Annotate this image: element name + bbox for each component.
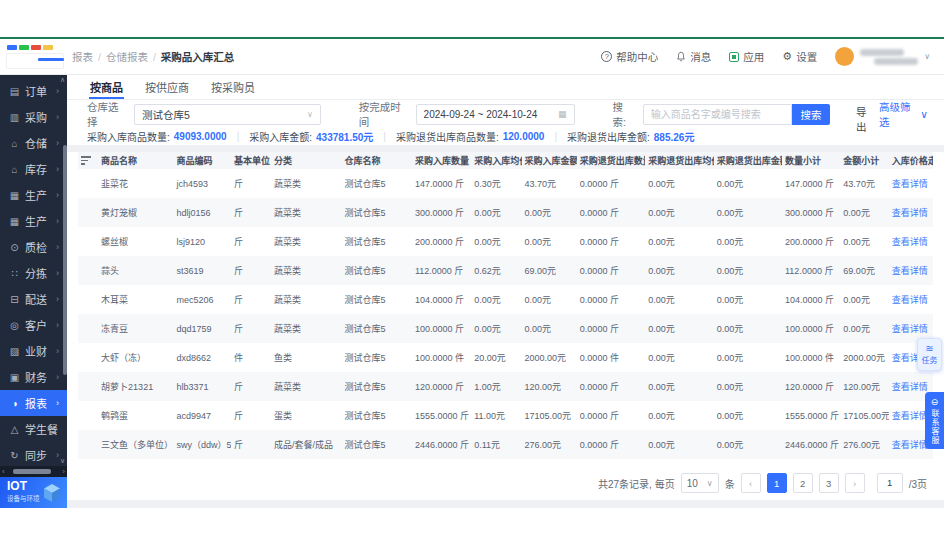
sidebar-item-label: 生产 — [25, 187, 47, 203]
chevron-right-icon: › — [56, 164, 59, 174]
table-cell: 0.00元 — [645, 198, 713, 227]
breadcrumb-item[interactable]: 仓储报表 — [106, 49, 148, 64]
sidebar-item-delivery[interactable]: ⊟配送› — [0, 286, 67, 312]
user-menu[interactable]: ∨ — [835, 47, 930, 66]
table-cell: 100.0000 斤 — [412, 314, 471, 343]
view-details-link[interactable]: 查看详情 — [892, 237, 928, 247]
table-cell: 17105.00元 — [522, 401, 577, 430]
logo-bar — [7, 45, 17, 50]
iot-banner[interactable]: IOT 设备与环境 — [0, 477, 67, 508]
breadcrumb-item[interactable]: 报表 — [72, 49, 93, 64]
table-cell: 147.0000 斤 — [412, 169, 471, 198]
scrollbar-thumb[interactable] — [13, 469, 51, 474]
sidebar-item-reports[interactable]: ◑报表› — [0, 390, 67, 416]
table-cell: 69.00元 — [522, 256, 577, 285]
contact-service-button[interactable]: ⊖ 联系客服 — [925, 392, 944, 449]
table-cell: swy（ddw）5980 — [174, 430, 231, 459]
warehouse-select[interactable]: 测试仓库5 ∨ — [134, 104, 321, 125]
settings-button[interactable]: ⚙ 设置 — [782, 49, 817, 64]
calendar-icon: ▦ — [558, 109, 567, 119]
export-button[interactable]: 导出 — [852, 104, 872, 125]
table-cell: 斤 — [231, 372, 271, 401]
search-button[interactable]: 搜索 — [792, 104, 829, 125]
tab-1[interactable]: 按商品 — [79, 75, 134, 99]
sidebar-item-student-meal[interactable]: △学生餐 — [0, 416, 67, 442]
prev-page-button[interactable]: ‹ — [741, 473, 761, 493]
sidebar-item-warehouse[interactable]: ⌂仓储› — [0, 130, 67, 156]
tasks-widget-button[interactable]: ≋ 任务 — [917, 338, 942, 371]
column-header: 仓库名称 — [342, 152, 412, 169]
view-details-link[interactable]: 查看详情 — [892, 266, 928, 276]
sidebar-item-finance[interactable]: ▣财务› — [0, 364, 67, 390]
page-button-3[interactable]: 3 — [819, 473, 839, 493]
table-row: 冻青豆dqd1759斤蔬菜类测试仓库5100.0000 斤0.00元0.00元0… — [78, 314, 933, 343]
breadcrumb-separator: / — [98, 51, 101, 63]
sidebar-item-orders[interactable]: ▤订单› — [0, 78, 67, 104]
date-range-picker[interactable]: 2024-09-24 ~ 2024-10-24 ▦ — [416, 104, 575, 125]
scroll-left-icon[interactable]: ‹ — [2, 466, 5, 477]
tab-3[interactable]: 按采购员 — [200, 75, 266, 99]
page-jump-input[interactable]: 1 — [877, 473, 903, 493]
table-cell: 测试仓库5 — [342, 285, 412, 314]
view-details-link[interactable]: 查看详情 — [892, 324, 928, 334]
summary-label: 采购入库商品数量: — [87, 129, 170, 144]
help-center-button[interactable]: ? 帮助中心 — [601, 49, 658, 64]
table-body: 韭菜花jch4593斤蔬菜类测试仓库5147.0000 斤0.30元43.70元… — [78, 169, 933, 459]
advanced-filter-toggle[interactable]: 高级筛选 ∨ — [879, 99, 944, 129]
sidebar-item-sync[interactable]: ↻同步› — [0, 442, 67, 466]
chevron-right-icon: › — [56, 112, 59, 122]
messages-button[interactable]: 消息 — [676, 49, 711, 64]
view-details-link[interactable]: 查看详情 — [892, 382, 928, 392]
table-cell: 0.00元 — [471, 314, 521, 343]
report-table: 商品名称商品编码基本单位分类仓库名称采购入库数量采购入库均价采购入库金额采购退货… — [78, 152, 933, 459]
sidebar-scroll-up-icon[interactable]: ∧ — [60, 76, 65, 84]
page-size-select[interactable]: 10 ∨ — [681, 473, 719, 493]
table-cell: 斤 — [231, 430, 271, 459]
sidebar-item-production-1[interactable]: ▦生产› — [0, 182, 67, 208]
total-pages-text: /3页 — [909, 476, 927, 491]
table-cell: jch4593 — [174, 169, 231, 198]
table-cell: 0.0000 斤 — [577, 372, 645, 401]
table-cell: 0.0000 斤 — [577, 430, 645, 459]
table-cell: 100.0000 斤 — [782, 314, 840, 343]
page-size-value: 10 — [687, 478, 698, 489]
tasks-label: 任务 — [922, 354, 938, 365]
search-input[interactable] — [651, 109, 785, 120]
view-details-link[interactable]: 查看详情 — [892, 411, 928, 421]
table-cell: 0.00元 — [714, 430, 782, 459]
column-filter-icon[interactable] — [81, 154, 91, 167]
search-input-wrap — [643, 104, 793, 125]
sidebar-item-inventory[interactable]: ⌂库存› — [0, 156, 67, 182]
sidebar-item-business-finance[interactable]: ▨业财› — [0, 338, 67, 364]
view-details-link[interactable]: 查看详情 — [892, 295, 928, 305]
view-details-link[interactable]: 查看详情 — [892, 208, 928, 218]
sidebar-scroll-down-icon[interactable]: ∨ — [60, 457, 65, 465]
table-cell: 韭菜花 — [98, 169, 173, 198]
sidebar-item-quality[interactable]: ⊙质检› — [0, 234, 67, 260]
view-details-link[interactable]: 查看详情 — [892, 440, 928, 450]
sidebar-item-purchase[interactable]: ▥采购› — [0, 104, 67, 130]
sidebar-item-customers[interactable]: ◎客户› — [0, 312, 67, 338]
column-header: 采购入库数量 — [412, 152, 471, 169]
table-cell: 0.00元 — [840, 227, 888, 256]
production-icon: ▦ — [9, 190, 20, 201]
summary-stats: 采购入库商品数量:49093.0000|采购入库金额:433781.50元|采购… — [67, 128, 944, 145]
table-cell: 蔬菜类 — [271, 314, 341, 343]
apps-button[interactable]: 应用 — [729, 49, 764, 64]
scroll-right-icon[interactable]: › — [62, 466, 65, 477]
tab-2[interactable]: 按供应商 — [134, 75, 200, 99]
sidebar-item-production-2[interactable]: ▦生产› — [0, 208, 67, 234]
sidebar-horizontal-scrollbar[interactable]: ‹ › — [0, 466, 67, 477]
logo-bar — [43, 45, 53, 50]
page-button-2[interactable]: 2 — [793, 473, 813, 493]
headset-icon: ⊖ — [931, 397, 939, 407]
page-button-1[interactable]: 1 — [767, 473, 787, 493]
view-details-link[interactable]: 查看详情 — [892, 179, 928, 189]
table-cell: 0.00元 — [645, 343, 713, 372]
table-cell: 2000.00元 — [522, 343, 577, 372]
warehouse-select-label: 仓库选择 — [87, 99, 126, 129]
table-cell: 112.0000 斤 — [782, 256, 840, 285]
next-page-button[interactable]: › — [845, 473, 865, 493]
column-header: 采购退货出库金额 — [714, 152, 782, 169]
sidebar-item-sorting[interactable]: ∷分拣› — [0, 260, 67, 286]
